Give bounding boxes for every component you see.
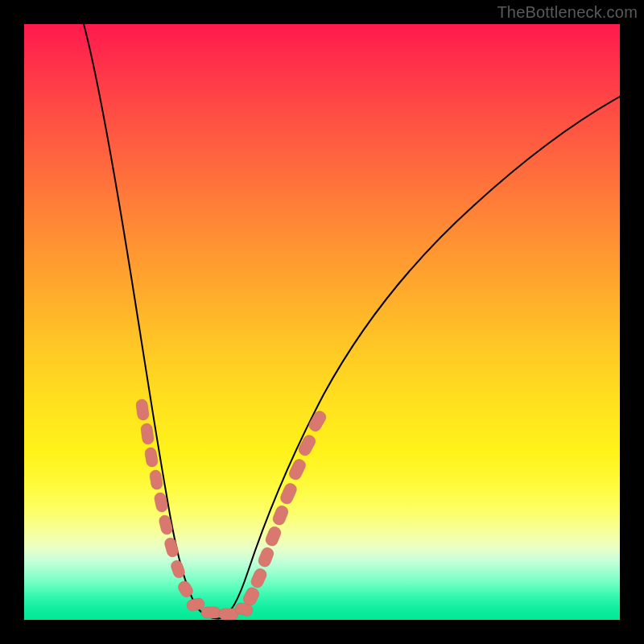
marker-dot xyxy=(201,607,221,618)
watermark-text: TheBottleneck.com xyxy=(497,3,638,22)
marker-dot xyxy=(279,481,298,506)
marker-dot xyxy=(297,433,317,457)
marker-layer xyxy=(135,398,328,620)
marker-dot xyxy=(149,469,163,490)
marker-dot xyxy=(264,525,283,547)
marker-dot xyxy=(135,398,149,421)
marker-dot xyxy=(271,504,290,526)
marker-dot xyxy=(144,447,159,468)
marker-dot xyxy=(250,567,268,589)
marker-dot xyxy=(158,514,173,536)
marker-dot xyxy=(257,546,275,568)
marker-dot xyxy=(163,537,180,559)
plot-area xyxy=(24,24,620,620)
marker-dot xyxy=(140,423,154,445)
chart-svg xyxy=(24,24,620,620)
chart-stage: TheBottleneck.com xyxy=(0,0,644,644)
